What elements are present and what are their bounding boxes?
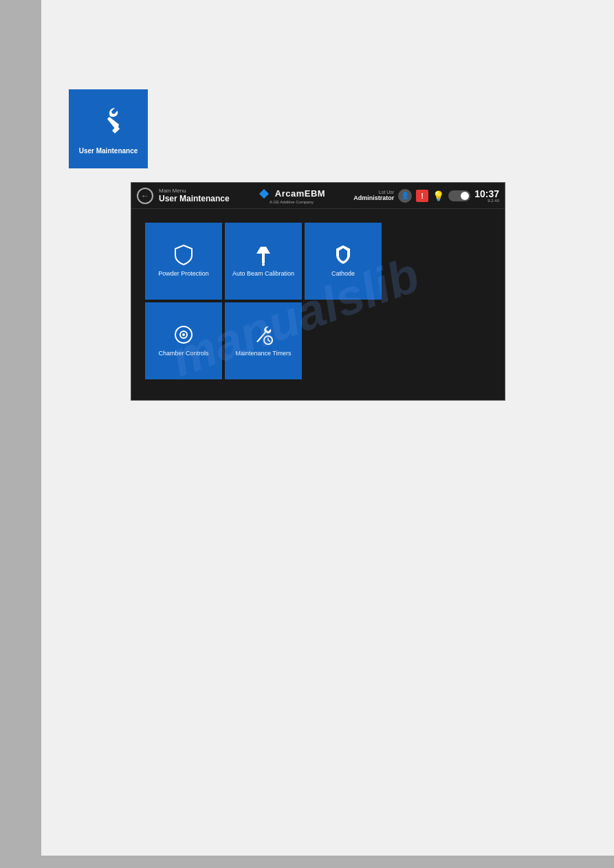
tile-maintenance-timers-label: Maintenance Timers xyxy=(235,350,291,358)
user-maintenance-tile[interactable]: User Maintenance xyxy=(69,89,148,168)
cathode-icon xyxy=(332,244,354,266)
back-button[interactable]: ← xyxy=(137,188,153,204)
user-maintenance-tile-label: User Maintenance xyxy=(79,147,138,155)
svg-line-9 xyxy=(268,340,270,342)
tiles-row-2: Chamber Controls Mainten xyxy=(145,302,491,379)
breadcrumb: Main Menu User Maintenance xyxy=(159,188,230,203)
app-logo: ArcamEBM A GE Additive Company xyxy=(258,188,325,204)
version-number: 9.2.40 xyxy=(487,199,499,203)
svg-rect-0 xyxy=(111,126,119,133)
breadcrumb-parent: Main Menu xyxy=(159,188,230,194)
tile-auto-beam-calibration[interactable]: Auto Beam Calibration xyxy=(225,223,302,300)
logo-subtitle: A GE Additive Company xyxy=(270,200,314,204)
chamber-controls-icon xyxy=(173,324,195,346)
tile-maintenance-timers[interactable]: Maintenance Timers xyxy=(225,302,302,379)
user-avatar-icon: 👤 xyxy=(401,192,409,199)
user-info: Lst Usr Administrator xyxy=(353,190,394,201)
tile-cathode[interactable]: Cathode xyxy=(305,223,382,300)
app-header: ← Main Menu User Maintenance ArcamEBM xyxy=(131,183,505,209)
toggle-switch[interactable] xyxy=(448,190,470,201)
user-maintenance-icon xyxy=(92,104,125,143)
time-display: 10:37 9.2.40 xyxy=(474,189,499,203)
alert-label: ! xyxy=(421,192,424,200)
logo-name: ArcamEBM xyxy=(275,188,325,199)
header-controls: Lst Usr Administrator 👤 ! 💡 10:37 9.2.40 xyxy=(353,189,499,203)
beam-icon xyxy=(252,244,274,266)
app-screenshot: ← Main Menu User Maintenance ArcamEBM xyxy=(131,182,505,401)
tile-chamber-controls[interactable]: Chamber Controls xyxy=(145,302,222,379)
current-time: 10:37 xyxy=(474,189,499,199)
maintenance-timers-icon xyxy=(252,324,274,346)
light-bulb-icon[interactable]: 💡 xyxy=(432,190,444,201)
tile-powder-protection-label: Powder Protection xyxy=(158,270,209,278)
sidebar xyxy=(0,0,41,868)
page-title: User Maintenance xyxy=(159,194,230,203)
back-arrow-icon: ← xyxy=(141,191,149,201)
bottom-bar xyxy=(0,856,614,868)
app-body: Powder Protection Auto Beam Calibration xyxy=(131,209,505,400)
tiles-row-1: Powder Protection Auto Beam Calibration xyxy=(145,223,491,300)
svg-rect-2 xyxy=(262,254,265,263)
svg-point-6 xyxy=(182,333,185,336)
user-avatar: 👤 xyxy=(398,189,412,203)
shield-icon xyxy=(173,244,195,266)
tile-cathode-label: Cathode xyxy=(331,270,355,278)
tile-auto-beam-label: Auto Beam Calibration xyxy=(232,270,294,278)
svg-rect-1 xyxy=(259,188,269,198)
user-name: Administrator xyxy=(353,194,394,201)
alert-icon[interactable]: ! xyxy=(416,190,428,202)
user-role: Lst Usr xyxy=(379,190,394,194)
tile-chamber-controls-label: Chamber Controls xyxy=(158,350,208,358)
arcam-logo-icon xyxy=(258,188,270,200)
svg-point-3 xyxy=(262,263,265,266)
main-content: User Maintenance ← Main Menu User Mainte… xyxy=(41,0,614,856)
tile-powder-protection[interactable]: Powder Protection xyxy=(145,223,222,300)
